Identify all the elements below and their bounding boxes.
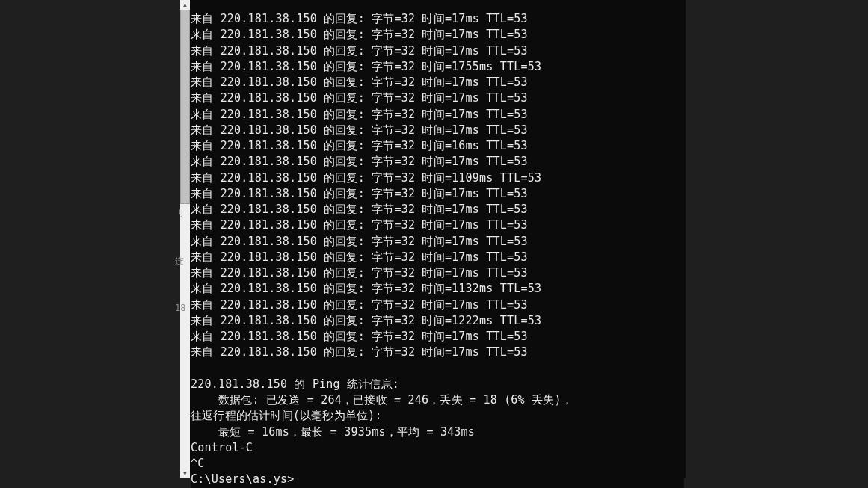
page-background: ▲ ▼ 刂 连 18 来自 220.181.38.150 的回复: 字节=32 … [0,0,868,488]
terminal-output[interactable]: 来自 220.181.38.150 的回复: 字节=32 时间=17ms TTL… [191,11,684,488]
scrollbar-thumb[interactable] [180,10,190,204]
scroll-up-arrow[interactable]: ▲ [180,0,190,10]
scroll-down-arrow[interactable]: ▼ [180,469,190,478]
